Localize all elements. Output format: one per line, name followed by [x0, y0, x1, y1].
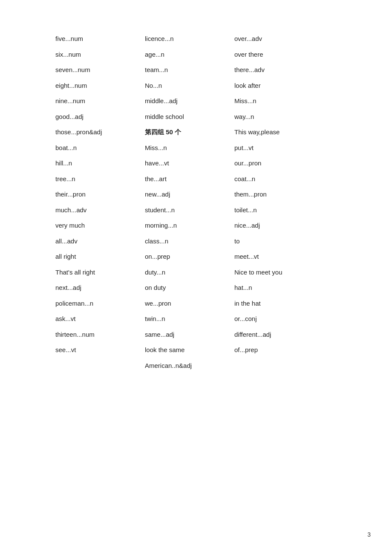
list-item: 第四组 50 个 — [145, 127, 234, 137]
list-item: toilet...n — [234, 205, 324, 215]
column-2: licence...nage...nteam...nNo...nmiddle..… — [145, 34, 234, 376]
list-item: Nice to meet you — [234, 268, 324, 278]
word-columns: five...numsix...numseven...numeight...nu… — [55, 34, 337, 376]
list-item: That's all right — [55, 268, 145, 278]
list-item: boat...n — [55, 143, 145, 153]
list-item: we...pron — [145, 299, 234, 309]
list-item: team...n — [145, 65, 234, 75]
list-item: twin...n — [145, 314, 234, 324]
page-content: five...numsix...numseven...numeight...nu… — [0, 0, 392, 410]
list-item: morning...n — [145, 221, 234, 231]
list-item: coat...n — [234, 174, 324, 184]
list-item: hat...n — [234, 283, 324, 293]
list-item: there...adv — [234, 65, 324, 75]
list-item: middle...adj — [145, 96, 234, 106]
list-item: Miss...n — [145, 143, 234, 153]
list-item: No...n — [145, 81, 234, 91]
list-item: on...prep — [145, 252, 234, 262]
list-item: seven...num — [55, 65, 145, 75]
list-item: meet...vt — [234, 252, 324, 262]
list-item: thirteen...num — [55, 330, 145, 340]
column-3: over...advover therethere...advlook afte… — [234, 34, 324, 376]
list-item: look after — [234, 81, 324, 91]
list-item: five...num — [55, 34, 145, 44]
list-item: nice...adj — [234, 221, 324, 231]
list-item: on duty — [145, 283, 234, 293]
list-item: policeman...n — [55, 299, 145, 309]
list-item: new...adj — [145, 190, 234, 199]
list-item: hill...n — [55, 159, 145, 168]
list-item: the...art — [145, 174, 234, 184]
list-item: six...num — [55, 50, 145, 60]
list-item: ask...vt — [55, 314, 145, 324]
list-item: good...adj — [55, 112, 145, 122]
list-item: age...n — [145, 50, 234, 60]
list-item: This way,please — [234, 127, 324, 137]
list-item: very much — [55, 221, 145, 231]
list-item: eight...num — [55, 81, 145, 91]
list-item: those...pron&adj — [55, 127, 145, 137]
list-item: over there — [234, 50, 324, 60]
list-item: them...pron — [234, 190, 324, 199]
list-item: next...adj — [55, 283, 145, 293]
list-item: of...prep — [234, 345, 324, 355]
list-item: see...vt — [55, 345, 145, 355]
list-item: their...pron — [55, 190, 145, 199]
list-item: different...adj — [234, 330, 324, 340]
list-item: have...vt — [145, 159, 234, 168]
list-item: look the same — [145, 345, 234, 355]
list-item: class...n — [145, 237, 234, 246]
list-item: licence...n — [145, 34, 234, 44]
column-1: five...numsix...numseven...numeight...nu… — [55, 34, 145, 376]
list-item: duty...n — [145, 268, 234, 278]
list-item: way...n — [234, 112, 324, 122]
page-number: 3 — [367, 531, 371, 538]
list-item: nine...num — [55, 96, 145, 106]
list-item: in the hat — [234, 299, 324, 309]
list-item: middle school — [145, 112, 234, 122]
list-item: all right — [55, 252, 145, 262]
list-item: over...adv — [234, 34, 324, 44]
list-item: our...pron — [234, 159, 324, 168]
list-item: or...conj — [234, 314, 324, 324]
list-item: put...vt — [234, 143, 324, 153]
list-item: American..n&adj — [145, 361, 234, 371]
list-item: same...adj — [145, 330, 234, 340]
list-item: tree...n — [55, 174, 145, 184]
list-item: much...adv — [55, 205, 145, 215]
list-item: all...adv — [55, 237, 145, 246]
list-item: to — [234, 237, 324, 246]
list-item: student...n — [145, 205, 234, 215]
list-item: Miss...n — [234, 96, 324, 106]
